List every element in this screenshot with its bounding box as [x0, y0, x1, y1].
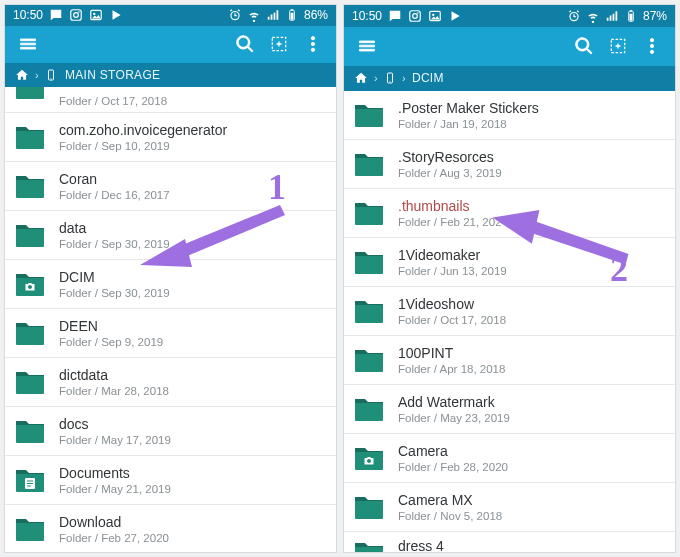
list-item-title: .StoryResorces	[398, 149, 502, 166]
search-button[interactable]	[228, 27, 262, 61]
list-item-subtitle: Folder / Sep 10, 2019	[59, 139, 227, 153]
list-item-subtitle: Folder / Nov 5, 2018	[398, 509, 502, 523]
list-item-title: Download	[59, 514, 169, 531]
list-item[interactable]: docs Folder / May 17, 2019	[5, 407, 336, 456]
instagram-icon	[408, 9, 422, 23]
app-bar	[344, 27, 675, 66]
home-icon[interactable]	[15, 68, 29, 82]
list-item[interactable]: Camera MX Folder / Nov 5, 2018	[344, 483, 675, 532]
battery-icon	[624, 9, 638, 23]
list-item[interactable]: Add Watermark Folder / May 23, 2019	[344, 385, 675, 434]
select-button[interactable]	[601, 29, 635, 63]
list-item-title: .Poster Maker Stickers	[398, 100, 539, 117]
file-list[interactable]: .Poster Maker Stickers Folder / Jan 19, …	[344, 91, 675, 552]
list-item[interactable]: 1Videomaker Folder / Jun 13, 2019	[344, 238, 675, 287]
screenshot-pane: 10:50 86% › MAIN STORAGE	[4, 4, 337, 553]
youtube-icon	[448, 9, 462, 23]
list-item-title: 100PINT	[398, 345, 505, 362]
more-button[interactable]	[296, 27, 330, 61]
select-button[interactable]	[262, 27, 296, 61]
list-item[interactable]: 1Videoshow Folder / Oct 17, 2018	[344, 287, 675, 336]
list-item-title: Camera	[398, 443, 508, 460]
list-item-subtitle: Folder / May 21, 2019	[59, 482, 171, 496]
file-list[interactable]: Folder / Oct 17, 2018 com.zoho.invoicege…	[5, 87, 336, 552]
list-item[interactable]: Coran Folder / Dec 16, 2017	[5, 162, 336, 211]
folder-icon	[354, 394, 384, 424]
list-item-subtitle: Folder / Feb 21, 202	[398, 215, 502, 229]
folder-icon	[15, 416, 45, 446]
search-button[interactable]	[567, 29, 601, 63]
list-item-title: dress 4	[398, 538, 444, 552]
list-item-subtitle: Folder / Sep 9, 2019	[59, 335, 163, 349]
list-item-title: Add Watermark	[398, 394, 510, 411]
list-item-subtitle: Folder / Feb 28, 2020	[398, 460, 508, 474]
menu-button[interactable]	[11, 27, 45, 61]
folder-icon	[15, 465, 45, 495]
list-item-subtitle: Folder / Jan 19, 2018	[398, 117, 539, 131]
list-item[interactable]: data Folder / Sep 30, 2019	[5, 211, 336, 260]
list-item[interactable]: Documents Folder / May 21, 2019	[5, 456, 336, 505]
device-icon[interactable]	[384, 71, 396, 85]
alarm-icon	[567, 9, 581, 23]
status-battery-pct: 87%	[643, 9, 667, 23]
folder-icon	[354, 296, 384, 326]
list-item-title: DEEN	[59, 318, 163, 335]
menu-button[interactable]	[350, 29, 384, 63]
list-item[interactable]: .StoryResorces Folder / Aug 3, 2019	[344, 140, 675, 189]
youtube-icon	[109, 8, 123, 22]
device-icon[interactable]	[45, 68, 57, 82]
list-item[interactable]: Download Folder / Feb 27, 2020	[5, 505, 336, 552]
list-item[interactable]: DEEN Folder / Sep 9, 2019	[5, 309, 336, 358]
folder-icon	[15, 171, 45, 201]
list-item-subtitle: Folder / Mar 28, 2018	[59, 384, 169, 398]
gallery-icon	[428, 9, 442, 23]
list-item[interactable]: Camera Folder / Feb 28, 2020	[344, 434, 675, 483]
app-bar	[5, 26, 336, 63]
list-item-title: docs	[59, 416, 171, 433]
signal-icon	[266, 8, 280, 22]
folder-icon	[354, 538, 384, 552]
list-item-subtitle: Folder / Sep 30, 2019	[59, 286, 170, 300]
list-item-subtitle: Folder / Oct 17, 2018	[398, 313, 506, 327]
list-item-subtitle: Folder / Oct 17, 2018	[59, 94, 167, 108]
breadcrumb-label[interactable]: MAIN STORAGE	[65, 68, 160, 82]
folder-icon	[15, 87, 45, 108]
list-item-subtitle: Folder / Dec 16, 2017	[59, 188, 170, 202]
list-item[interactable]: Folder / Oct 17, 2018	[5, 87, 336, 113]
messenger-icon	[388, 9, 402, 23]
alarm-icon	[228, 8, 242, 22]
status-time: 10:50	[352, 9, 382, 23]
chevron-right-icon: ›	[374, 72, 378, 84]
folder-icon	[354, 345, 384, 375]
more-button[interactable]	[635, 29, 669, 63]
list-item[interactable]: .thumbnails Folder / Feb 21, 202	[344, 189, 675, 238]
instagram-icon	[69, 8, 83, 22]
list-item-title: Coran	[59, 171, 170, 188]
list-item[interactable]: dress 4	[344, 532, 675, 552]
list-item[interactable]: 100PINT Folder / Apr 18, 2018	[344, 336, 675, 385]
folder-icon	[354, 443, 384, 473]
messenger-icon	[49, 8, 63, 22]
list-item-title: .thumbnails	[398, 198, 502, 215]
chevron-right-icon: ›	[35, 69, 39, 81]
status-battery-pct: 86%	[304, 8, 328, 22]
signal-icon	[605, 9, 619, 23]
screenshot-pane: 10:50 87% › › DCIM	[343, 4, 676, 553]
list-item-subtitle: Folder / Jun 13, 2019	[398, 264, 507, 278]
folder-icon	[15, 318, 45, 348]
list-item[interactable]: .Poster Maker Stickers Folder / Jan 19, …	[344, 91, 675, 140]
list-item-title: Camera MX	[398, 492, 502, 509]
folder-icon	[354, 198, 384, 228]
list-item-title: data	[59, 220, 170, 237]
folder-icon	[354, 100, 384, 130]
list-item[interactable]: dictdata Folder / Mar 28, 2018	[5, 358, 336, 407]
list-item[interactable]: com.zoho.invoicegenerator Folder / Sep 1…	[5, 113, 336, 162]
battery-icon	[285, 8, 299, 22]
folder-icon	[15, 367, 45, 397]
list-item-subtitle: Folder / May 23, 2019	[398, 411, 510, 425]
home-icon[interactable]	[354, 71, 368, 85]
breadcrumb-label[interactable]: DCIM	[412, 71, 444, 85]
list-item-subtitle: Folder / Sep 30, 2019	[59, 237, 170, 251]
list-item-subtitle: Folder / Apr 18, 2018	[398, 362, 505, 376]
list-item[interactable]: DCIM Folder / Sep 30, 2019	[5, 260, 336, 309]
